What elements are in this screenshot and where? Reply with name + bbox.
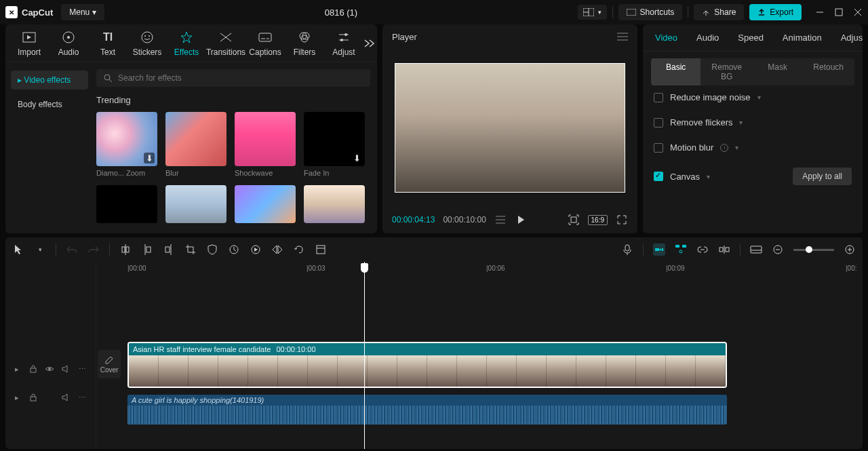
selection-dropdown[interactable]: ▾ <box>34 243 46 256</box>
aspect-ratio[interactable]: 16:9 <box>588 215 608 225</box>
preview-render-icon[interactable] <box>750 243 762 256</box>
effect-blur[interactable]: Blur <box>165 112 226 177</box>
subtab-basic[interactable]: Basic <box>651 58 701 85</box>
player-canvas[interactable] <box>395 63 625 193</box>
list-icon[interactable] <box>494 214 507 226</box>
zoom-in-button[interactable] <box>844 243 856 256</box>
maximize-button[interactable] <box>834 7 844 17</box>
tab-stickers[interactable]: Stickers <box>127 30 167 57</box>
tab-adjust[interactable]: Adjust <box>831 24 863 51</box>
tab-filters[interactable]: Filters <box>285 30 324 57</box>
close-button[interactable] <box>853 7 863 17</box>
tab-text[interactable]: TI Text <box>88 30 127 57</box>
search-effects[interactable] <box>96 69 370 87</box>
layout-button[interactable]: ▾ <box>578 5 607 20</box>
download-icon[interactable]: ⬇ <box>351 153 362 163</box>
zoom-out-button[interactable] <box>772 243 784 256</box>
subtab-mask[interactable]: Mask <box>753 58 802 85</box>
scale-icon[interactable] <box>568 214 580 226</box>
zoom-slider[interactable] <box>793 249 834 251</box>
mirror-tool[interactable] <box>271 243 283 256</box>
chevron-down-icon[interactable]: ▾ <box>735 144 738 151</box>
reverse-tool[interactable] <box>228 243 240 256</box>
redo-button[interactable] <box>87 243 100 256</box>
eye-icon[interactable] <box>45 364 54 374</box>
shortcuts-button[interactable]: Shortcuts <box>618 4 683 20</box>
effect-fade-in[interactable]: ⬇ Fade In <box>304 112 365 177</box>
timeline-ruler[interactable]: |00:00 |00:03 |00:06 |00:09 |00: <box>96 262 863 277</box>
lock-icon[interactable] <box>28 393 38 402</box>
effect-item[interactable] <box>235 185 296 223</box>
search-input[interactable] <box>118 73 363 83</box>
chevron-down-icon[interactable]: ▾ <box>739 119 743 126</box>
tab-transitions[interactable]: Transitions <box>206 30 245 57</box>
timeline-tracks-area[interactable]: |00:00 |00:03 |00:06 |00:09 |00: Cover A… <box>96 262 863 449</box>
svg-rect-45 <box>655 248 659 251</box>
collapse-icon[interactable]: ▸ <box>12 393 22 402</box>
chevron-down-icon[interactable]: ▾ <box>757 94 761 101</box>
magnet-main-track[interactable] <box>653 243 665 256</box>
tab-speed[interactable]: Speed <box>728 24 773 51</box>
checkbox-canvas[interactable] <box>654 172 663 181</box>
delete-left-tool[interactable] <box>141 243 153 256</box>
tab-audio[interactable]: Audio <box>49 30 88 57</box>
subtab-remove-bg[interactable]: Remove BG <box>701 58 753 85</box>
fullscreen-button[interactable] <box>616 214 628 226</box>
selection-tool[interactable] <box>12 243 24 256</box>
preview-axis-icon[interactable] <box>718 243 730 256</box>
audio-clip[interactable]: A cute girl is happily shopping(1401919) <box>127 395 727 425</box>
video-clip[interactable]: Asian HR staff interview female candidat… <box>127 342 727 388</box>
minimize-button[interactable] <box>815 7 825 17</box>
more-tabs-button[interactable] <box>363 39 376 48</box>
play-button[interactable] <box>515 214 527 226</box>
sidebar-item-video-effects[interactable]: ▸ Video effects <box>11 71 88 90</box>
tab-import[interactable]: Import <box>9 30 49 57</box>
subtab-retouch[interactable]: Retouch <box>802 58 854 85</box>
cover-button[interactable]: Cover <box>98 350 121 378</box>
tab-animation[interactable]: Animation <box>773 24 831 51</box>
split-tool[interactable] <box>119 243 132 256</box>
effect-shockwave[interactable]: Shockwave <box>235 112 296 177</box>
crop-tool[interactable] <box>184 243 197 256</box>
checkbox-remove-flickers[interactable] <box>654 118 663 128</box>
download-icon[interactable]: ⬇ <box>144 153 155 163</box>
export-button[interactable]: Export <box>749 4 802 20</box>
lock-icon[interactable] <box>28 364 38 374</box>
tab-effects[interactable]: Effects <box>167 30 206 57</box>
share-button[interactable]: Share <box>694 4 744 20</box>
effect-item[interactable] <box>96 185 157 223</box>
collapse-icon[interactable]: ▸ <box>12 364 22 374</box>
playhead[interactable] <box>364 262 365 449</box>
sidebar-item-body-effects[interactable]: Body effects <box>11 95 88 114</box>
effect-diamond-zoom[interactable]: ⬇ Diamo... Zoom <box>96 112 157 177</box>
tab-video[interactable]: Video <box>646 24 687 51</box>
menu-button[interactable]: Menu ▾ <box>61 4 104 20</box>
checkbox-motion-blur[interactable] <box>654 143 663 153</box>
rotate-tool[interactable] <box>293 243 305 256</box>
more-icon[interactable]: ⋯ <box>77 393 87 402</box>
mute-icon[interactable] <box>61 364 71 374</box>
tab-adjust[interactable]: Adjust <box>324 30 363 57</box>
effect-item[interactable] <box>304 185 365 223</box>
speed-tool[interactable] <box>250 243 262 256</box>
tab-audio[interactable]: Audio <box>687 24 728 51</box>
mic-icon[interactable] <box>621 243 633 256</box>
svg-rect-39 <box>165 247 170 252</box>
player-menu-button[interactable] <box>617 33 628 41</box>
checkbox-reduce-noise[interactable] <box>654 93 663 102</box>
mute-icon[interactable] <box>61 393 71 402</box>
apply-to-all-button[interactable]: Apply to all <box>793 168 852 185</box>
undo-button[interactable] <box>66 243 78 256</box>
tab-captions[interactable]: Captions <box>245 30 285 57</box>
effect-item[interactable] <box>165 185 226 223</box>
info-icon[interactable]: i <box>720 144 728 152</box>
more-icon[interactable]: ⋯ <box>77 364 87 374</box>
shield-tool[interactable] <box>206 243 218 256</box>
time-total: 00:00:10:00 <box>443 215 486 224</box>
freeze-tool[interactable] <box>315 243 327 256</box>
link-icon[interactable] <box>696 243 709 256</box>
delete-right-tool[interactable] <box>163 243 175 256</box>
chevron-down-icon[interactable]: ▾ <box>707 173 710 180</box>
option-motion-blur: Motion blur i ▾ <box>654 142 852 153</box>
magnet-auto-track[interactable] <box>675 243 687 256</box>
